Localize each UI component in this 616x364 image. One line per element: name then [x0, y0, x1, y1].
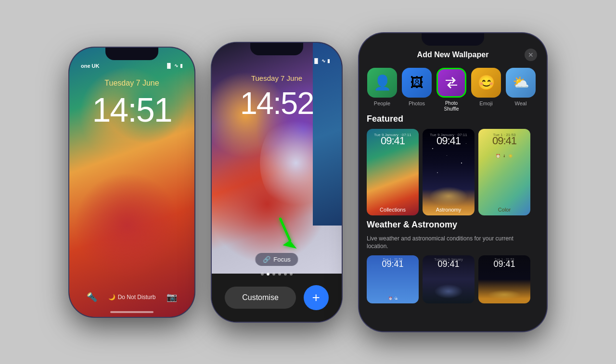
dot-1: [261, 273, 264, 276]
close-icon: ✕: [528, 51, 534, 59]
dnd-indicator: 🌙 Do Not Disturb: [108, 294, 156, 301]
phone-1: one UK ▐▌ ∿ ▮ Tuesday 7 June 14:51 🔦 🌙 D…: [69, 48, 194, 317]
signal-icon: ▐▌: [166, 63, 172, 68]
wallpaper-type-photos[interactable]: 🖼 Photos: [401, 68, 432, 107]
phone-2-screen: ▐▌ ∿ ▮ Tuesday 7 June 14:52 🔗 Focus: [212, 43, 342, 322]
battery-icon: ▮: [180, 63, 183, 68]
emoji-icon-bg: 😊: [471, 68, 501, 98]
weather-thumb-1[interactable]: Tue 1 · 21:53 09:41 ⏰ 🌤: [367, 255, 419, 303]
phone-2: ▐▌ ∿ ▮ Tuesday 7 June 14:52 🔗 Focus: [212, 43, 342, 322]
camera-icon[interactable]: 📷: [167, 292, 177, 302]
status-icons: ▐▌ ∿ ▮: [166, 63, 183, 68]
lock-screen-time: 14:51: [69, 91, 194, 129]
featured-grid: Tue 9 January · 07:11 09:41 Collections …: [367, 129, 530, 215]
people-label: People: [374, 100, 390, 107]
weather-section: Weather & Astronomy Live weather and ast…: [367, 220, 530, 304]
close-button[interactable]: ✕: [525, 49, 537, 61]
photos-icon-bg: 🖼: [402, 68, 432, 98]
moon-icon: 🌙: [108, 294, 116, 301]
weather-thumb-2[interactable]: Tuesday 9 January 09:41: [423, 255, 475, 303]
phone-1-screen: one UK ▐▌ ∿ ▮ Tuesday 7 June 14:51 🔦 🌙 D…: [69, 48, 194, 317]
astronomy-label: Astronomy: [423, 207, 475, 213]
wthumb1-time: 09:41: [367, 259, 419, 269]
weather-icon: ⛅: [513, 75, 529, 90]
dot-4: [278, 273, 281, 276]
phone-3: Add New Wallpaper ✕ 👤 People 🖼 Ph: [359, 33, 547, 331]
shuffle-svg-icon: [444, 75, 459, 90]
focus-label: Focus: [273, 256, 290, 263]
customise-button[interactable]: Customise: [225, 287, 296, 309]
color-label: Color: [478, 207, 530, 213]
collections-label: Collections: [367, 207, 419, 213]
green-arrow-indicator: [276, 214, 300, 254]
next-wallpaper-strip: [313, 43, 342, 226]
dot-6: [290, 273, 293, 276]
lock-screen-bottom: 🔦 🌙 Do Not Disturb 📷: [69, 292, 194, 302]
flashlight-icon[interactable]: 🔦: [87, 292, 97, 302]
bottom-bar: Customise +: [212, 274, 342, 322]
wallpaper-type-shuffle[interactable]: PhotoShuffle: [436, 68, 467, 112]
shuffle-icon-bg: [436, 68, 466, 98]
dnd-label: Do Not Disturb: [118, 294, 156, 301]
page-dots: [212, 273, 342, 276]
weather-section-desc: Live weather and astronomical conditions…: [367, 235, 530, 251]
color-thumb[interactable]: Tue 1 · 21:53 09:41 ⏰ 🌡 ☀️ Color: [478, 129, 530, 215]
modal-title: Add New Wallpaper: [417, 50, 489, 59]
color-time: 09:41: [478, 135, 530, 147]
phone-3-screen: Add New Wallpaper ✕ 👤 People 🖼 Ph: [359, 33, 547, 331]
weather-thumb-3[interactable]: Tue 1 · 21:53 09:41: [478, 255, 530, 303]
collections-time: 09:41: [367, 135, 419, 147]
photos-icon: 🖼: [410, 75, 424, 90]
wallpaper-type-emoji[interactable]: 😊 Emoji: [471, 68, 501, 107]
wifi-icon-2: ∿: [321, 58, 325, 63]
weather-type-label: Weal: [515, 100, 527, 107]
wallpaper-type-weather[interactable]: ⛅ Weal: [505, 68, 536, 107]
emoji-label: Emoji: [479, 100, 493, 107]
title-bar: Add New Wallpaper ✕: [359, 50, 547, 59]
wifi-icon: ∿: [174, 63, 178, 68]
svg-marker-1: [283, 240, 297, 249]
dot-5: [284, 273, 287, 276]
weather-grid: Tue 1 · 21:53 09:41 ⏰ 🌤 Tuesday 9 Januar…: [367, 255, 530, 303]
status-bar: one UK ▐▌ ∿ ▮: [69, 63, 194, 69]
people-icon: 👤: [373, 74, 391, 91]
svg-line-0: [281, 219, 290, 240]
scene: one UK ▐▌ ∿ ▮ Tuesday 7 June 14:51 🔦 🌙 D…: [60, 24, 556, 341]
wthumb3-time: 09:41: [478, 259, 530, 269]
home-indicator: [110, 311, 154, 313]
lock-screen-date: Tuesday 7 June: [69, 79, 194, 88]
focus-pill[interactable]: 🔗 Focus: [255, 253, 298, 266]
wallpaper-type-people[interactable]: 👤 People: [367, 68, 398, 107]
weather-section-title: Weather & Astronomy: [367, 220, 530, 230]
signal-icon-2: ▐▌: [313, 58, 320, 63]
wthumb2-time: 09:41: [423, 259, 475, 269]
dot-3: [272, 273, 275, 276]
notch-3: [422, 33, 484, 46]
emoji-icon: 😊: [477, 74, 495, 91]
shuffle-label: PhotoShuffle: [444, 100, 459, 112]
wallpaper-type-list: 👤 People 🖼 Photos: [359, 68, 547, 112]
notch: [105, 48, 158, 60]
photos-label: Photos: [409, 100, 425, 107]
featured-title: Featured: [367, 114, 530, 124]
collections-thumb[interactable]: Tue 9 January · 07:11 09:41 Collections: [367, 129, 419, 215]
focus-icon: 🔗: [263, 256, 270, 263]
carrier-label: one UK: [81, 63, 100, 69]
lock-screen-date-2: Tuesday 7 June: [212, 74, 342, 82]
featured-section: Featured Tue 9 January · 07:11 09:41 Col…: [367, 114, 530, 215]
weather-icon-bg: ⛅: [506, 68, 536, 98]
add-button[interactable]: +: [304, 285, 329, 310]
status-bar-2: ▐▌ ∿ ▮: [212, 58, 342, 63]
people-icon-bg: 👤: [367, 68, 397, 98]
astronomy-thumb[interactable]: Tue 9 January · 07:11 09:41 Astronom: [423, 129, 475, 215]
lock-screen-time-2: 14:52: [212, 85, 342, 121]
dot-2: [267, 273, 270, 276]
notch-2: [250, 43, 303, 55]
battery-icon-2: ▮: [327, 58, 330, 63]
